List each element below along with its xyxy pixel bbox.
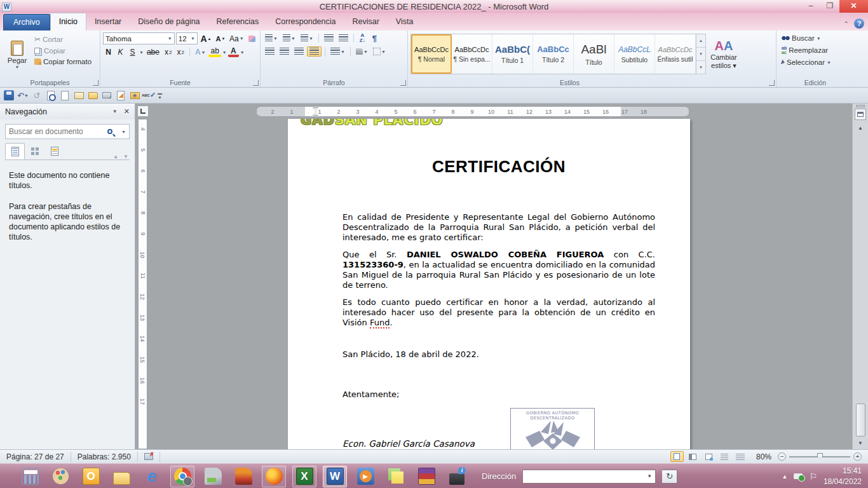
address-bar[interactable]: ▼ bbox=[522, 470, 656, 484]
ruler-toggle-button[interactable] bbox=[855, 109, 866, 120]
copy-button[interactable]: Copiar bbox=[32, 46, 94, 56]
decrease-indent-button[interactable] bbox=[322, 34, 336, 43]
taskbar-internet-explorer-icon[interactable]: e bbox=[140, 466, 164, 487]
align-right-button[interactable] bbox=[292, 47, 306, 56]
zoom-in-icon[interactable]: + bbox=[853, 452, 862, 461]
style-titulo[interactable]: AaBlTítulo bbox=[574, 34, 614, 74]
taskbar-scanner-icon[interactable] bbox=[201, 466, 225, 487]
next-result-icon[interactable]: ▼ bbox=[123, 154, 128, 159]
strikethrough-button[interactable]: abe bbox=[145, 47, 161, 57]
nav-tab-headings[interactable] bbox=[5, 143, 25, 159]
style-titulo1[interactable]: AaBbC(Título 1 bbox=[492, 34, 533, 74]
spelling-icon[interactable]: ABC✓ bbox=[144, 90, 154, 100]
bold-button[interactable]: N bbox=[103, 47, 114, 57]
font-color-button[interactable]: A bbox=[228, 47, 239, 57]
shrink-font-button[interactable]: A▼ bbox=[214, 34, 227, 43]
action-center-flag-icon[interactable]: ⚐ bbox=[809, 471, 817, 482]
nav-tab-results[interactable] bbox=[44, 143, 64, 159]
taskbar-paint-icon[interactable] bbox=[48, 466, 72, 487]
line-spacing-button[interactable]: ▼ bbox=[329, 47, 347, 56]
fullscreen-view-button[interactable] bbox=[686, 451, 700, 462]
taskbar-chrome-icon[interactable] bbox=[170, 466, 194, 487]
split-handle[interactable] bbox=[856, 105, 865, 107]
envelope-icon[interactable] bbox=[74, 92, 84, 99]
select-button[interactable]: Seleccionar▼ bbox=[779, 57, 851, 67]
folder-options-icon[interactable]: ✳ bbox=[130, 92, 140, 99]
taskbar-media-player-icon[interactable] bbox=[353, 466, 377, 487]
cut-button[interactable]: ✂Cortar bbox=[32, 34, 94, 45]
replace-button[interactable]: abacReemplazar bbox=[779, 44, 851, 56]
style-sin-espaciado[interactable]: AaBbCcDc¶ Sin espa... bbox=[452, 34, 492, 74]
format-painter-button[interactable]: Copiar formato bbox=[32, 57, 94, 67]
scroll-down-icon[interactable]: ▼ bbox=[855, 438, 866, 448]
tab-archivo[interactable]: Archivo bbox=[3, 14, 50, 30]
increase-indent-button[interactable] bbox=[337, 34, 350, 43]
scrollbar-track[interactable] bbox=[855, 133, 866, 438]
edit-document-icon[interactable] bbox=[117, 91, 125, 100]
draft-view-button[interactable] bbox=[734, 451, 747, 462]
tab-selector[interactable] bbox=[137, 105, 149, 117]
taskbar-winrar-icon[interactable] bbox=[414, 466, 438, 487]
tab-vista[interactable]: Vista bbox=[388, 13, 422, 30]
navigation-menu-icon[interactable]: ▼ bbox=[112, 109, 118, 114]
clipboard-dialog-launcher[interactable] bbox=[93, 80, 98, 86]
bullets-button[interactable]: ▼ bbox=[263, 34, 280, 43]
style-normal[interactable]: AaBbCcDc¶ Normal bbox=[411, 34, 452, 74]
tab-diseno[interactable]: Diseño de página bbox=[130, 13, 208, 30]
restore-button[interactable]: ❐ bbox=[820, 0, 839, 13]
taskbar-firefox-icon[interactable] bbox=[262, 466, 286, 487]
change-styles-button[interactable]: AA Cambiarestilos ▾ bbox=[706, 32, 742, 77]
minimize-button[interactable]: – bbox=[801, 0, 820, 13]
align-center-button[interactable] bbox=[278, 47, 291, 56]
qat-overflow-icon[interactable]: ▬▼ bbox=[158, 91, 162, 100]
print-preview-icon[interactable] bbox=[47, 91, 55, 100]
style-enfasis-sutil[interactable]: AaBbCcDcÉnfasis sutil bbox=[655, 34, 696, 74]
underline-button[interactable]: S bbox=[127, 47, 138, 57]
zoom-out-icon[interactable]: − bbox=[778, 452, 786, 461]
search-options-icon[interactable]: ▼ bbox=[121, 130, 126, 134]
nav-tab-pages[interactable] bbox=[25, 143, 44, 159]
document-search-box[interactable]: ▼ bbox=[5, 124, 130, 139]
tab-correspondencia[interactable]: Correspondencia bbox=[267, 13, 344, 30]
numbering-button[interactable]: ▼ bbox=[281, 34, 297, 43]
find-button[interactable]: Buscar▼ bbox=[779, 33, 851, 43]
search-icon[interactable] bbox=[107, 129, 112, 134]
style-subtitulo[interactable]: AaBbCcLSubtítulo bbox=[614, 34, 655, 74]
borders-button[interactable]: ▼ bbox=[371, 47, 388, 56]
styles-more-button[interactable]: ▼ bbox=[696, 61, 705, 74]
clear-formatting-button[interactable] bbox=[247, 35, 257, 43]
open-folder-icon[interactable] bbox=[88, 92, 98, 99]
change-case-button[interactable]: Aa▼ bbox=[228, 34, 245, 44]
usb-tray-icon[interactable] bbox=[794, 473, 803, 479]
address-refresh-icon[interactable]: ↻ bbox=[662, 470, 677, 484]
align-left-button[interactable] bbox=[263, 47, 276, 56]
navigation-close-icon[interactable]: ✕ bbox=[124, 107, 130, 116]
styles-scroll-down[interactable]: ▼ bbox=[696, 48, 705, 61]
highlight-button[interactable]: ab bbox=[208, 47, 220, 57]
style-titulo2[interactable]: AaBbCcTítulo 2 bbox=[533, 34, 574, 74]
taskbar-word-icon[interactable]: W bbox=[323, 466, 347, 487]
new-document-icon[interactable] bbox=[61, 91, 69, 100]
zoom-slider-thumb[interactable] bbox=[817, 453, 823, 460]
previous-result-icon[interactable]: ▲ bbox=[113, 154, 118, 159]
tab-inicio[interactable]: Inicio bbox=[50, 13, 86, 30]
paste-button[interactable]: Pegar ▼ bbox=[3, 32, 32, 77]
tab-insertar[interactable]: Insertar bbox=[86, 13, 130, 30]
italic-button[interactable]: K bbox=[115, 47, 126, 57]
sort-button[interactable]: AZ↓ bbox=[357, 32, 368, 44]
tab-referencias[interactable]: Referencias bbox=[208, 13, 268, 30]
taskbar-calculator-icon[interactable] bbox=[18, 466, 42, 487]
scroll-up-icon[interactable]: ▲ bbox=[855, 123, 866, 133]
styles-dialog-launcher[interactable] bbox=[769, 80, 775, 86]
font-family-combo[interactable]: Tahoma▼ bbox=[103, 32, 175, 44]
print-layout-view-button[interactable] bbox=[670, 451, 684, 462]
save-icon[interactable] bbox=[4, 90, 14, 100]
address-dropdown-icon[interactable]: ▼ bbox=[644, 473, 655, 479]
font-size-combo[interactable]: 12▼ bbox=[176, 32, 198, 44]
address-input[interactable] bbox=[523, 470, 644, 483]
undo-icon[interactable]: ↶▼ bbox=[18, 90, 28, 100]
shading-button[interactable]: ▼ bbox=[354, 48, 370, 55]
taskbar-excel-icon[interactable]: X bbox=[292, 466, 316, 487]
zoom-slider[interactable] bbox=[789, 456, 850, 458]
search-input[interactable] bbox=[9, 127, 107, 136]
